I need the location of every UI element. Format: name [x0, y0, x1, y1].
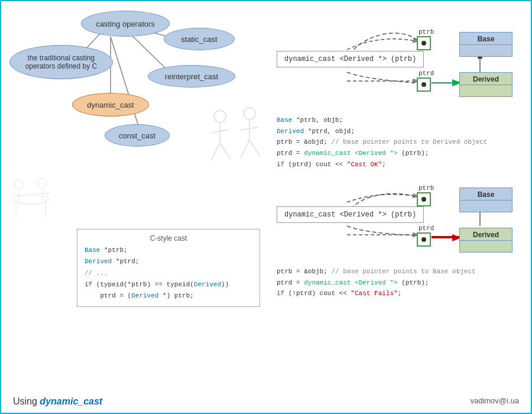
c-style-cast-box: C-style cast Base *ptrb; Derived *ptrd; … — [77, 229, 260, 307]
c-style-title: C-style cast — [85, 234, 252, 242]
derived-box-2: Derived — [459, 228, 512, 253]
derived-box-1: Derived — [459, 72, 512, 97]
center-node: casting operators — [81, 11, 170, 37]
ptrd-ptr-node-2 — [417, 232, 431, 247]
reinterpret-cast-node: reinterpret_cast — [148, 65, 235, 88]
reinterpret-cast-label: reinterpret_cast — [165, 72, 218, 81]
footer: Using dynamic_cast vadimov@i.ua — [1, 396, 531, 407]
const-cast-label: const_cast — [119, 131, 155, 140]
traditional-node: the traditional castingoperators defined… — [9, 45, 113, 79]
base-box-2: Base — [459, 187, 512, 212]
dynamic-cast-node: dynamic_cast — [72, 93, 149, 117]
traditional-label: the traditional castingoperators defined… — [25, 54, 97, 70]
static-cast-label: static_cast — [181, 35, 217, 44]
cast-box-1: dynamic_cast <Derived *> (ptrb) — [277, 51, 424, 67]
dynamic-cast-label: dynamic_cast — [87, 101, 134, 109]
dancing-figures — [196, 105, 273, 182]
center-node-label: casting operators — [96, 20, 155, 28]
svg-point-13 — [14, 180, 24, 189]
ptrb-ptr-node-1 — [417, 36, 431, 50]
code-block-1: Base *ptrb, objb; Derived *ptrd, objd; p… — [277, 115, 487, 170]
svg-line-28 — [249, 140, 260, 156]
const-cast-node: const_cast — [105, 124, 170, 147]
footer-using: Using — [13, 396, 37, 406]
footer-left: Using dynamic_cast — [13, 396, 102, 407]
svg-point-16 — [38, 178, 47, 187]
code-block-2: ptrb = &objb; // base pointer points to … — [277, 266, 476, 299]
footer-dynamic-cast: dynamic_cast — [40, 396, 102, 406]
ptrb-dot-1 — [421, 41, 426, 46]
svg-line-4 — [111, 37, 140, 131]
cast-box-2-label: dynamic_cast <Derived *> (ptrb) — [284, 211, 416, 219]
ptrd-label-1: ptrd — [419, 70, 434, 77]
ptrd-label-2: ptrd — [419, 225, 434, 232]
svg-line-27 — [241, 140, 249, 158]
svg-point-19 — [214, 111, 226, 122]
base-box-1: Base — [459, 32, 512, 57]
svg-point-10 — [13, 195, 48, 204]
ptrd-ptr-node-1 — [417, 77, 431, 92]
cartoon-image — [4, 164, 78, 223]
cast-box-2: dynamic_cast <Derived *> (ptrb) — [277, 206, 424, 223]
footer-right: vadimov@i.ua — [470, 396, 519, 407]
ptrb-dot-2 — [421, 197, 426, 202]
ptrb-ptr-node-2 — [417, 192, 431, 206]
svg-line-23 — [220, 143, 231, 159]
ptrd-dot-2 — [421, 237, 426, 242]
ptrd-dot-1 — [421, 82, 426, 87]
static-cast-node: static_cast — [164, 28, 235, 50]
ptrb-label-1: ptrb — [419, 28, 434, 35]
ptrb-label-2: ptrb — [419, 185, 434, 192]
svg-point-24 — [244, 108, 255, 119]
cast-box-1-label: dynamic_cast <Derived *> (ptrb) — [284, 55, 416, 63]
svg-line-22 — [211, 143, 220, 161]
